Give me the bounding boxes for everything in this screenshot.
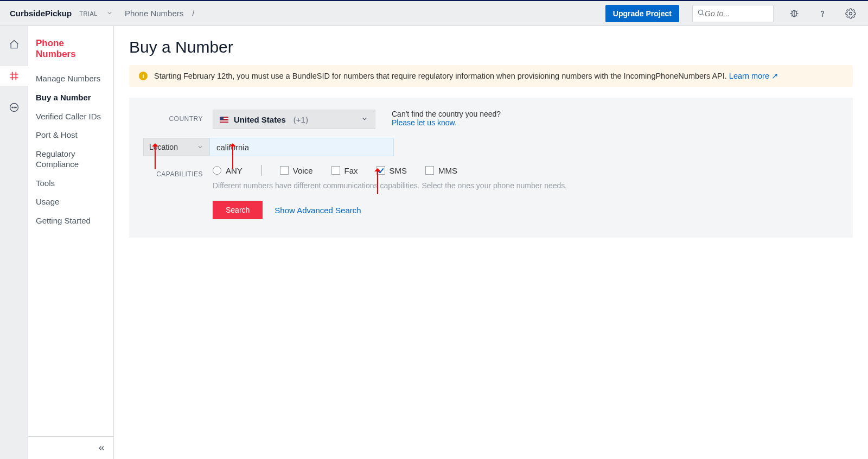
capability-fax[interactable]: Fax xyxy=(331,166,358,175)
country-code: (+1) xyxy=(293,115,308,124)
global-search-input[interactable] xyxy=(705,9,769,18)
svg-line-9 xyxy=(796,15,797,16)
search-form-panel: COUNTRY United States (+1) Can't find th… xyxy=(129,98,853,238)
global-search[interactable] xyxy=(692,5,774,22)
capability-mms[interactable]: MMS xyxy=(425,166,457,175)
capability-voice[interactable]: Voice xyxy=(280,166,313,175)
capabilities-label: CAPABILITIES xyxy=(143,165,203,178)
checkbox-icon xyxy=(425,166,434,175)
page-title: Buy a Number xyxy=(129,38,853,56)
location-input[interactable] xyxy=(209,138,394,156)
checkbox-icon xyxy=(376,166,385,175)
search-button[interactable]: Search xyxy=(213,201,263,219)
capability-any[interactable]: ANY xyxy=(213,166,242,175)
upgrade-project-button[interactable]: Upgrade Project xyxy=(605,5,679,22)
country-name: United States xyxy=(234,115,286,124)
sidebar-item-regulatory-compliance[interactable]: Regulatory Compliance xyxy=(28,145,113,174)
sidebar-item-port-host[interactable]: Port & Host xyxy=(28,126,113,145)
checkbox-icon xyxy=(280,166,289,175)
capabilities-hint: Different numbers have different communi… xyxy=(213,181,567,190)
breadcrumb-separator: / xyxy=(192,9,194,18)
sidebar-item-manage-numbers[interactable]: Manage Numbers xyxy=(28,69,113,88)
settings-gear-icon[interactable] xyxy=(843,6,858,21)
sidebar-item-verified-caller-ids[interactable]: Verified Caller IDs xyxy=(28,107,113,126)
country-help-link[interactable]: Please let us know. xyxy=(392,118,501,127)
svg-point-19 xyxy=(15,107,16,108)
svg-point-17 xyxy=(11,107,12,108)
sidebar-title: Phone Numbers xyxy=(28,26,113,69)
checkbox-icon xyxy=(331,166,340,175)
sidebar-item-usage[interactable]: Usage xyxy=(28,193,113,212)
rail-more[interactable] xyxy=(0,98,28,117)
collapse-sidebar-button[interactable] xyxy=(28,436,113,459)
sidebar-item-getting-started[interactable]: Getting Started xyxy=(28,212,113,231)
svg-line-8 xyxy=(791,15,793,16)
help-icon[interactable] xyxy=(815,6,830,21)
search-icon xyxy=(697,9,705,18)
banner-learn-more-link[interactable]: Learn more ↗ xyxy=(729,72,778,80)
chevron-down-icon xyxy=(361,115,368,124)
capability-sms[interactable]: SMS xyxy=(376,166,407,175)
sidebar-item-buy-a-number[interactable]: Buy a Number xyxy=(28,88,113,107)
chevron-down-icon[interactable] xyxy=(106,9,113,18)
radio-icon xyxy=(213,166,221,175)
svg-point-18 xyxy=(14,107,15,108)
trial-badge: TRIAL xyxy=(79,10,98,17)
project-name[interactable]: CurbsidePickup xyxy=(10,9,72,18)
location-filter-label: Location xyxy=(149,143,178,151)
country-label: COUNTRY xyxy=(143,110,203,123)
svg-point-10 xyxy=(822,15,822,16)
rail-phone-numbers[interactable] xyxy=(0,66,28,86)
main-content: Buy a Number i Starting February 12th, y… xyxy=(114,26,868,459)
info-banner: i Starting February 12th, you must use a… xyxy=(129,65,853,87)
breadcrumb-item[interactable]: Phone Numbers xyxy=(125,9,183,18)
sidebar: Phone Numbers Manage NumbersBuy a Number… xyxy=(28,26,114,459)
country-select[interactable]: United States (+1) xyxy=(213,110,375,129)
flag-icon xyxy=(220,117,228,123)
sidebar-item-tools[interactable]: Tools xyxy=(28,174,113,193)
divider xyxy=(261,165,261,176)
rail-home[interactable] xyxy=(0,35,28,54)
svg-line-6 xyxy=(791,11,793,12)
svg-line-7 xyxy=(796,11,797,12)
svg-line-1 xyxy=(703,14,704,16)
info-icon: i xyxy=(139,72,148,80)
advanced-search-link[interactable]: Show Advanced Search xyxy=(275,206,361,215)
location-filter-select[interactable]: Location xyxy=(143,138,209,156)
svg-point-0 xyxy=(698,10,703,14)
country-help-note: Can't find the country you need? Please … xyxy=(392,110,501,127)
icon-rail xyxy=(0,26,28,459)
debug-icon[interactable] xyxy=(787,6,802,21)
svg-point-11 xyxy=(850,12,852,15)
banner-text: Starting February 12th, you must use a B… xyxy=(154,72,727,80)
top-bar: CurbsidePickup TRIAL Phone Numbers / Upg… xyxy=(0,0,868,26)
